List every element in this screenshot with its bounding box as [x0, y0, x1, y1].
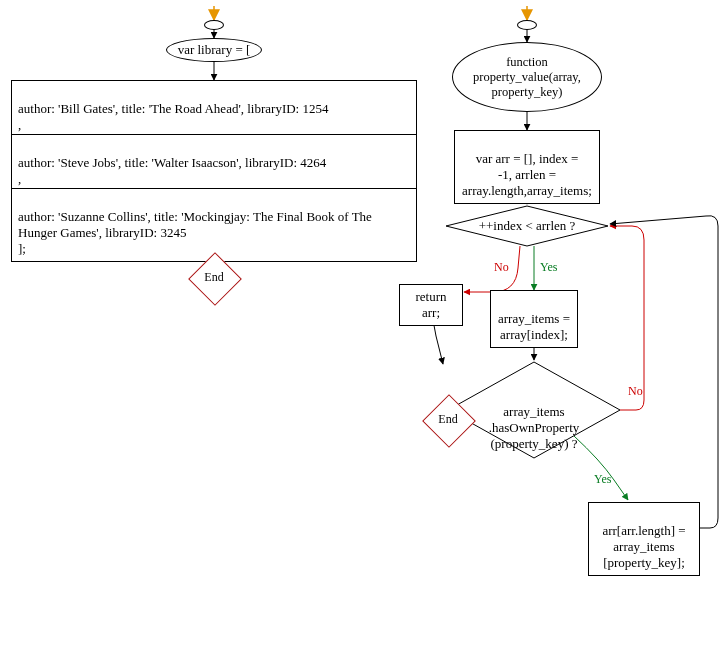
right-func-node: function property_value(array, property_… [452, 42, 602, 112]
left-end-node: End [196, 260, 232, 296]
right-end-label: End [430, 412, 466, 427]
left-item-1: author: 'Steve Jobs', title: 'Walter Isa… [11, 134, 417, 192]
edge-cond2-yes: Yes [594, 472, 611, 487]
right-assign-node: array_items = array[index]; [490, 290, 578, 348]
right-return-text: return arr; [415, 289, 446, 320]
left-item-0-text: author: 'Bill Gates', title: 'The Road A… [18, 101, 328, 132]
left-end-label: End [196, 270, 232, 285]
edge-cond1-no: No [494, 260, 509, 275]
right-cond1-text: ++index < arrlen ? [479, 218, 576, 233]
left-item-2-text: author: 'Suzanne Collins', title: 'Mocki… [18, 209, 372, 256]
left-start-text: var library = [ [178, 42, 251, 58]
edge-cond2-no: No [628, 384, 643, 399]
right-push-text: arr[arr.length] = array_items [property_… [602, 523, 685, 570]
right-cond2-text: array_items .hasOwnProperty (property_ke… [489, 404, 580, 451]
right-cond2-node: array_items .hasOwnProperty (property_ke… [480, 388, 588, 452]
right-assign-text: array_items = array[index]; [498, 311, 570, 342]
right-return-node: return arr; [399, 284, 463, 326]
right-push-node: arr[arr.length] = array_items [property_… [588, 502, 700, 576]
edge-cond1-yes: Yes [540, 260, 557, 275]
left-item-1-text: author: 'Steve Jobs', title: 'Walter Isa… [18, 155, 326, 186]
right-func-text: function property_value(array, property_… [473, 55, 581, 100]
right-cond1-node: ++index < arrlen ? [460, 218, 594, 234]
left-entry-ellipse [204, 20, 224, 30]
right-end-node: End [430, 402, 466, 438]
right-init-node: var arr = [], index = -1, arrlen = array… [454, 130, 600, 204]
right-entry-ellipse [517, 20, 537, 30]
left-item-0: author: 'Bill Gates', title: 'The Road A… [11, 80, 417, 138]
left-item-2: author: 'Suzanne Collins', title: 'Mocki… [11, 188, 417, 262]
left-start-node: var library = [ [166, 38, 262, 62]
right-init-text: var arr = [], index = -1, arrlen = array… [462, 151, 592, 198]
